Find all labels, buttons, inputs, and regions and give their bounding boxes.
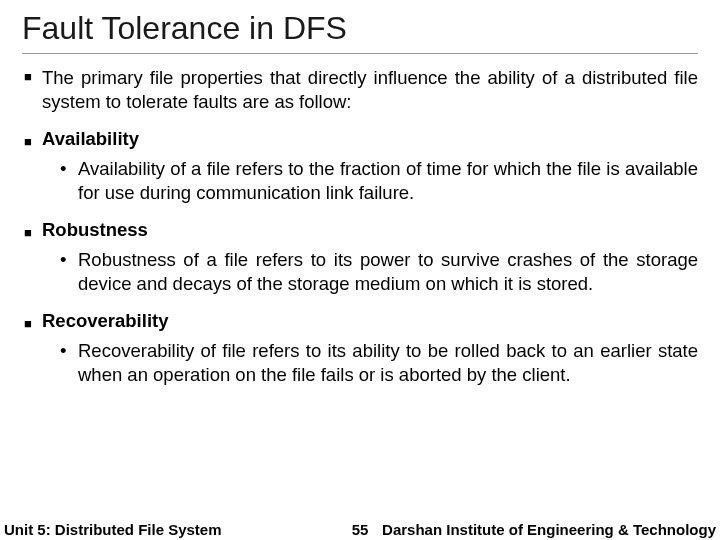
- slide-footer: Unit 5: Distributed File System 55 Darsh…: [0, 521, 720, 538]
- robustness-body: Robustness of a file refers to its power…: [78, 249, 698, 294]
- dot-bullet-icon: •: [60, 248, 78, 272]
- dot-bullet-icon: •: [60, 339, 78, 363]
- bullet-availability-heading: ■Availability: [42, 127, 698, 151]
- bullet-availability-body: •Availability of a file refers to the fr…: [78, 157, 698, 204]
- availability-body: Availability of a file refers to the fra…: [78, 158, 698, 203]
- slide-title: Fault Tolerance in DFS: [22, 10, 698, 54]
- recoverability-body: Recoverability of file refers to its abi…: [78, 340, 698, 385]
- bullet-recoverability-body: •Recoverability of file refers to its ab…: [78, 339, 698, 386]
- bullet-recoverability-heading: ■Recoverability: [42, 309, 698, 333]
- dot-bullet-icon: •: [60, 157, 78, 181]
- square-bullet-icon: ■: [24, 225, 42, 242]
- square-bullet-icon: ■: [24, 69, 42, 86]
- footer-page-number: 55: [352, 521, 369, 538]
- square-bullet-icon: ■: [24, 316, 42, 333]
- recoverability-heading: Recoverability: [42, 310, 168, 331]
- availability-heading: Availability: [42, 128, 139, 149]
- bullet-robustness-heading: ■Robustness: [42, 218, 698, 242]
- bullet-intro: ■The primary file properties that direct…: [42, 66, 698, 113]
- intro-text: The primary file properties that directl…: [42, 67, 698, 112]
- square-bullet-icon: ■: [24, 134, 42, 151]
- robustness-heading: Robustness: [42, 219, 148, 240]
- bullet-robustness-body: •Robustness of a file refers to its powe…: [78, 248, 698, 295]
- slide-content: ■The primary file properties that direct…: [22, 66, 698, 386]
